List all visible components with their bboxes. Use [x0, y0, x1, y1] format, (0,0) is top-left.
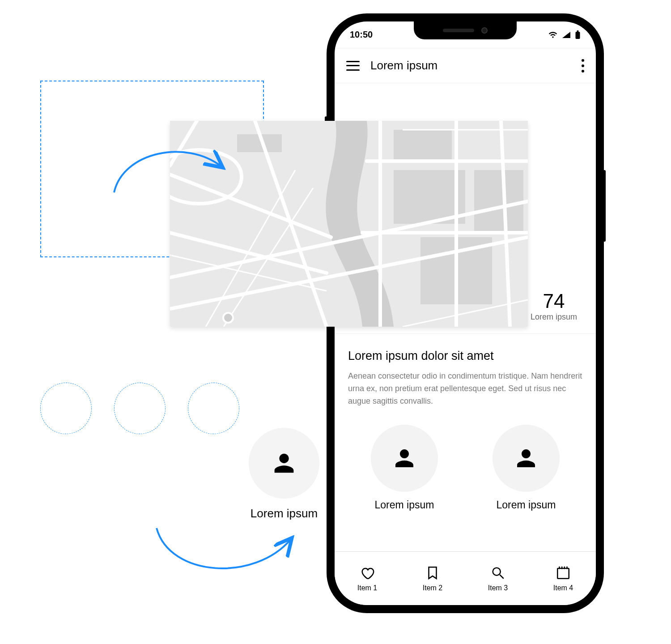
nav-item-2[interactable]: Item 2	[423, 565, 442, 592]
svg-rect-3	[474, 170, 523, 233]
svg-rect-1	[394, 130, 452, 161]
dashed-circle-placeholder	[114, 383, 166, 434]
cellular-icon	[561, 31, 571, 38]
avatar	[249, 428, 319, 499]
nav-label: Item 1	[357, 584, 377, 592]
status-time: 10:50	[350, 30, 373, 40]
dashed-circle-placeholder	[188, 383, 239, 434]
page-title: Lorem ipsum	[370, 59, 571, 73]
battery-icon	[575, 30, 581, 39]
avatar-chip[interactable]: Lorem ipsum	[371, 425, 438, 511]
person-icon	[391, 445, 418, 472]
svg-rect-8	[577, 30, 579, 32]
section-heading: Lorem ipsum dolor sit amet	[348, 349, 582, 363]
avatar-chip[interactable]: Lorem ipsum	[493, 425, 560, 511]
bookmark-icon	[425, 565, 440, 580]
svg-point-9	[493, 567, 501, 575]
nav-item-3[interactable]: Item 3	[488, 565, 508, 592]
avatar-label: Lorem ipsum	[249, 507, 319, 520]
avatar-label: Lorem ipsum	[493, 499, 560, 511]
svg-rect-7	[576, 32, 580, 39]
person-icon	[270, 449, 298, 478]
nav-label: Item 4	[553, 584, 573, 592]
svg-rect-11	[557, 568, 569, 579]
menu-button[interactable]	[346, 61, 360, 71]
dashed-circle-placeholder	[40, 383, 92, 434]
search-icon	[490, 565, 505, 580]
avatar	[493, 425, 560, 492]
map-preview-card	[170, 121, 528, 327]
avatar-chip-external[interactable]: Lorem ipsum	[249, 428, 319, 520]
avatar-label: Lorem ipsum	[371, 499, 438, 511]
nav-label: Item 2	[423, 584, 442, 592]
status-bar: 10:50	[335, 21, 596, 48]
svg-line-10	[500, 575, 504, 579]
phone-notch	[414, 21, 517, 39]
section-body: Aenean consectetur odio in condimentum t…	[348, 370, 582, 408]
arrow-annotation	[152, 524, 295, 586]
app-header: Lorem ipsum	[335, 48, 596, 83]
more-options-button[interactable]	[582, 59, 584, 73]
nav-label: Item 3	[488, 584, 508, 592]
calendar-icon	[556, 565, 571, 580]
bottom-nav: Item 1 Item 2 Item 3 Item 4	[335, 551, 596, 605]
stat-value: 74	[531, 290, 577, 312]
person-icon	[513, 445, 539, 472]
wifi-icon	[548, 31, 558, 38]
heart-icon	[360, 565, 375, 580]
nav-item-4[interactable]: Item 4	[553, 565, 573, 592]
content-section: Lorem ipsum dolor sit amet Aenean consec…	[335, 334, 596, 416]
nav-item-1[interactable]: Item 1	[357, 565, 377, 592]
stat-caption: Lorem ipsum	[531, 312, 577, 322]
avatar	[371, 425, 438, 492]
stat-block: 74 Lorem ipsum	[531, 290, 577, 322]
avatar-row: Lorem ipsum Lorem ipsum	[335, 416, 596, 525]
svg-point-6	[223, 313, 233, 323]
